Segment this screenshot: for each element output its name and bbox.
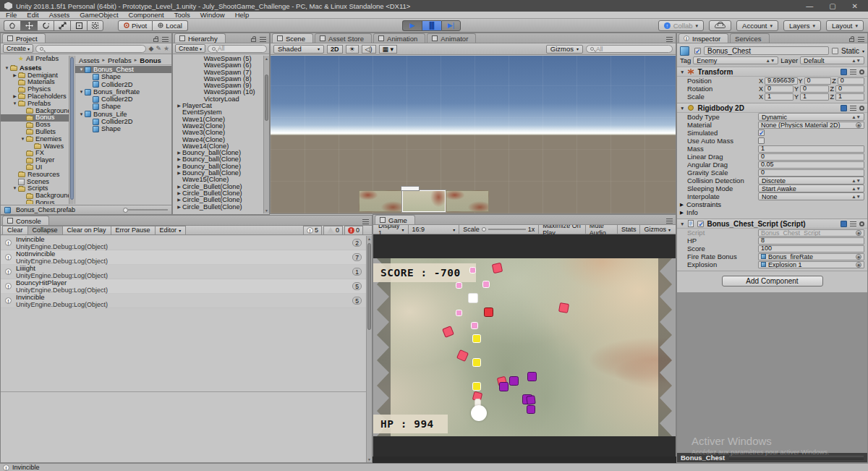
info-count-badge[interactable]: ! 5 — [303, 226, 322, 235]
object-picker-icon[interactable]: ◉ — [856, 262, 861, 268]
panel-menu-icon[interactable] — [162, 37, 169, 42]
tree-item-wavespawn-7-[interactable]: WaveSpawn (7) — [173, 69, 263, 76]
tree-item-bouncy-ball-clone-[interactable]: ▶Bouncy_ball(Clone) — [173, 156, 263, 163]
tree-item-player[interactable]: Player — [1, 157, 69, 164]
asset-tag-icon[interactable]: ✎ — [156, 45, 161, 52]
tree-item-wavespawn-9-[interactable]: WaveSpawn (9) — [173, 82, 263, 89]
hierarchy-search-input[interactable]: All — [208, 45, 267, 53]
expander-arrow[interactable]: ▶ — [176, 190, 182, 197]
score-field[interactable]: 100 — [758, 245, 864, 253]
editor-button[interactable]: Editor▾ — [155, 226, 187, 235]
expander-arrow[interactable]: ▶ — [176, 184, 182, 190]
z-value-field[interactable]: 1 — [835, 93, 864, 101]
tree-item-prefabs[interactable]: ▼Prefabs — [1, 101, 69, 108]
tree-item-bonus-life[interactable]: ▼Bonus_Life — [75, 111, 171, 118]
simulated-checkbox[interactable]: ✓ — [758, 130, 765, 136]
tree-item-bullets[interactable]: Bullets — [1, 129, 69, 136]
object-picker-icon[interactable]: ◉ — [856, 254, 861, 260]
tree-item-shape[interactable]: Shape — [75, 125, 171, 132]
angular-drag-field[interactable]: 0.05 — [758, 161, 864, 169]
tree-item-bonus-chest[interactable]: ▼Bonus_Chest — [75, 66, 171, 73]
add-component-button[interactable]: Add Component — [722, 276, 823, 287]
tab-animation[interactable]: Animation — [373, 33, 425, 43]
pivot-toggle-button[interactable]: Pivot — [118, 20, 153, 31]
lock-icon[interactable] — [849, 38, 854, 42]
hierarchy-create-button[interactable]: Create▾ — [175, 44, 205, 53]
expander-arrow[interactable]: ▼ — [20, 136, 26, 143]
rect-tool-button[interactable] — [70, 20, 87, 31]
maximize-on-play-button[interactable]: Maximize On Play — [539, 225, 585, 234]
minimize-button[interactable]: — — [806, 2, 813, 10]
expander-arrow[interactable]: ▶ — [176, 164, 182, 170]
clear-on-play-button[interactable]: Clear on Play — [62, 226, 111, 235]
tree-item-wave14-clone-[interactable]: Wave14(Clone) — [173, 143, 263, 150]
thumbnail-size-slider[interactable] — [123, 208, 168, 213]
error-count-badge[interactable]: ! 0 — [344, 226, 363, 235]
tree-item-wave15-clone-[interactable]: Wave15(Clone) — [173, 177, 263, 183]
x-value-field[interactable]: 9.696639 — [765, 77, 798, 85]
console-log-row[interactable]: !LiiiightUnityEngine.Debug:Log(Object)1 — [1, 265, 366, 279]
expander-arrow[interactable]: ▼ — [12, 101, 18, 108]
y-value-field[interactable]: 0 — [804, 77, 831, 85]
console-log-row[interactable]: !InvincibleUnityEngine.Debug:Log(Object)… — [1, 294, 366, 308]
cloud-button[interactable] — [709, 20, 731, 31]
expander-arrow[interactable]: ▶ — [176, 150, 182, 156]
expander-arrow[interactable]: ▼ — [4, 65, 10, 72]
gear-icon[interactable] — [859, 106, 864, 111]
help-book-icon[interactable] — [841, 221, 847, 227]
breadcrumb-bonus[interactable]: Bonus — [140, 56, 161, 64]
tree-item-wave2-clone-[interactable]: Wave2(Clone) — [173, 123, 263, 130]
presets-icon[interactable] — [850, 106, 856, 111]
x-value-field[interactable]: 0 — [765, 85, 793, 93]
breadcrumb-assets[interactable]: Assets — [79, 56, 100, 64]
fold-arrow[interactable]: ▼ — [680, 106, 684, 111]
tree-item-placeholders[interactable]: ▶Placeholders — [1, 93, 69, 101]
tree-item-collider2d[interactable]: Collider2D — [75, 96, 171, 103]
sleeping-mode-dropdown[interactable]: Start Awake▲▼ — [758, 184, 864, 192]
tree-item-circle-bullet-clone-[interactable]: ▶Circle_Bullet(Clone) — [173, 184, 263, 190]
gear-icon[interactable] — [859, 69, 864, 75]
panel-menu-icon[interactable] — [666, 37, 673, 42]
y-value-field[interactable]: 0 — [800, 85, 829, 93]
tree-item-eventsystem[interactable]: EventSystem — [173, 109, 263, 116]
scene-level-objects[interactable] — [359, 190, 490, 212]
expander-arrow[interactable]: ▶ — [176, 204, 182, 211]
mass-field[interactable]: 1 — [758, 145, 864, 153]
maximize-button[interactable]: ▢ — [829, 2, 835, 10]
tree-item-collider2d[interactable]: Collider2D — [75, 118, 171, 125]
panel-menu-icon[interactable] — [260, 37, 266, 42]
help-book-icon[interactable] — [841, 69, 847, 75]
tree-item-bouncy-ball-clone-[interactable]: ▶Bouncy_ball(Clone) — [173, 150, 263, 156]
tree-item-shape[interactable]: Shape — [75, 73, 171, 80]
tree-item-victoryload[interactable]: VictoryLoad — [173, 96, 263, 103]
collision-detection-dropdown[interactable]: Discrete▲▼ — [758, 177, 864, 184]
panel-menu-icon[interactable] — [666, 218, 673, 224]
static-dropdown-arrow[interactable]: ▾ — [862, 48, 864, 54]
tree-item-wavespawn-5-[interactable]: WaveSpawn (5) — [173, 56, 263, 62]
layout-button[interactable]: Layout▾ — [826, 20, 864, 31]
mute-audio-button[interactable]: Mute Audio — [586, 225, 618, 234]
local-toggle-button[interactable]: Local — [153, 20, 188, 31]
step-button[interactable]: ▶| — [441, 20, 461, 31]
menu-gameobject[interactable]: GameObject — [80, 12, 118, 19]
expander-arrow[interactable]: ▶ — [12, 72, 18, 80]
tree-item-bonus[interactable]: Bonus — [1, 200, 69, 204]
scene-search-input[interactable]: All — [586, 45, 673, 53]
expander-arrow[interactable]: ▼ — [78, 88, 85, 96]
display-dropdown[interactable]: Display 1▾ — [375, 225, 409, 234]
gear-icon[interactable] — [859, 221, 864, 226]
tree-item-resources[interactable]: Resources — [1, 171, 69, 179]
foldout-constraints[interactable]: ▶Constraints — [677, 200, 867, 208]
level-sprite[interactable] — [446, 190, 489, 212]
tree-item-all-prefabs[interactable]: ★All Prefabs — [1, 56, 69, 63]
tree-item-boss[interactable]: Boss — [1, 122, 69, 129]
foldout-info[interactable]: ▶Info — [677, 208, 867, 216]
asset-labels-icon[interactable]: ◆ — [148, 45, 153, 52]
tree-item-materials[interactable]: Materials — [1, 79, 69, 86]
tree-item-wave3-clone-[interactable]: Wave3(Clone) — [173, 130, 263, 136]
tree-item-wave4-clone-[interactable]: Wave4(Clone) — [173, 137, 263, 143]
menu-file[interactable]: File — [6, 12, 17, 19]
menu-tools[interactable]: Tools — [174, 12, 190, 19]
tree-item-wave1-clone-[interactable]: Wave1(Clone) — [173, 116, 263, 123]
layers-button[interactable]: Layers▾ — [783, 20, 821, 31]
